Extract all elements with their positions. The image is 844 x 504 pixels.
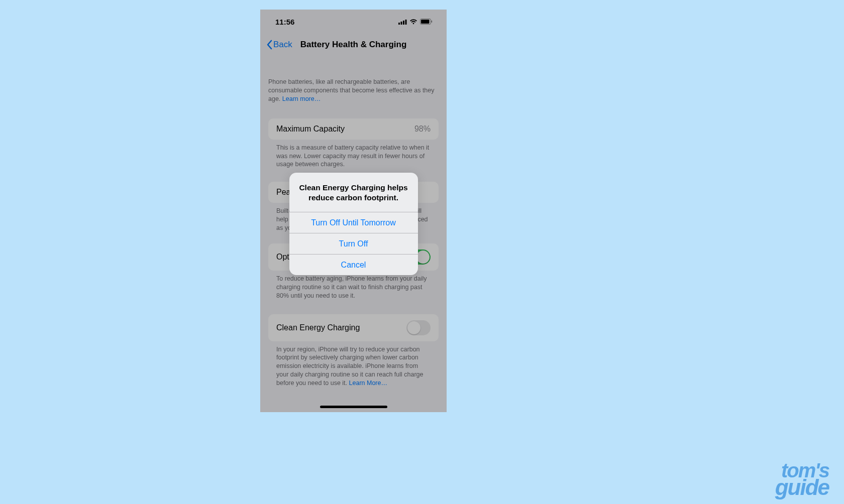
intro-learn-more-link[interactable]: Learn more… [282,95,321,102]
toms-guide-watermark: tom's guide [775,462,829,496]
maximum-capacity-value: 98% [414,124,431,134]
maximum-capacity-footer: This is a measure of battery capacity re… [268,140,439,169]
turn-off-until-tomorrow-button[interactable]: Turn Off Until Tomorrow [289,212,418,233]
alert-title: Clean Energy Charging helps reduce carbo… [289,173,418,212]
watermark-line2: guide [775,478,829,496]
clean-energy-toggle[interactable] [406,320,431,335]
svg-rect-6 [432,20,433,22]
svg-rect-3 [405,20,407,25]
toggle-knob [407,321,420,334]
phone-frame: 11:56 Back Battery Health & Charging Pho… [260,10,447,412]
clean-energy-cell: Clean Energy Charging [268,314,439,341]
clean-energy-footer: In your region, iPhone will try to reduc… [268,341,439,388]
cancel-button[interactable]: Cancel [289,254,418,275]
toggle-knob [416,250,430,264]
maximum-capacity-label: Maximum Capacity [276,124,345,134]
status-time: 11:56 [275,18,294,26]
svg-rect-2 [403,21,404,25]
clean-energy-label: Clean Energy Charging [276,323,360,332]
svg-rect-0 [398,23,400,25]
status-bar: 11:56 [260,10,447,34]
cellular-icon [398,18,407,26]
nav-bar: Back Battery Health & Charging [260,34,447,56]
home-indicator[interactable] [320,406,387,408]
back-label: Back [273,40,292,50]
status-icons [398,18,433,26]
battery-icon [420,18,433,26]
wifi-icon [409,18,417,26]
turn-off-button[interactable]: Turn Off [289,233,418,254]
chevron-left-icon [266,40,272,50]
alert-dialog: Clean Energy Charging helps reduce carbo… [289,173,418,275]
back-button[interactable]: Back [266,40,292,50]
svg-rect-1 [401,22,402,25]
clean-energy-learn-more-link[interactable]: Learn More… [349,380,387,387]
maximum-capacity-cell[interactable]: Maximum Capacity 98% [268,118,439,140]
page-title: Battery Health & Charging [300,40,407,50]
svg-rect-5 [421,20,430,24]
intro-text: Phone batteries, like all rechargeable b… [268,78,439,103]
